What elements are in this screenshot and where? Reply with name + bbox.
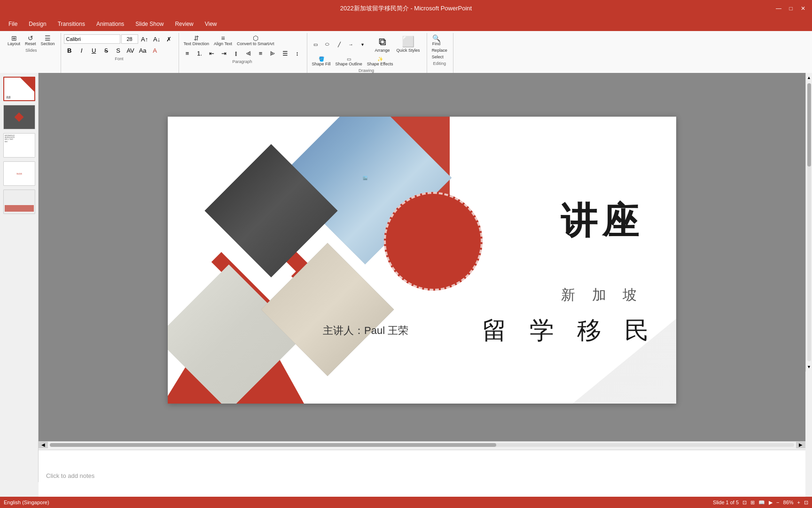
menu-view[interactable]: View: [200, 19, 222, 29]
underline-button[interactable]: U: [88, 45, 100, 56]
drawing-group-label: Drawing: [310, 68, 423, 73]
justify-button[interactable]: ☰: [280, 48, 291, 58]
slide-thumb-2[interactable]: [3, 105, 35, 129]
slides-panel: 讲座 字幕表 移民资格和住宿要求和住宿证明移民入门知识签发 和优势: [0, 73, 39, 482]
bold-button[interactable]: B: [64, 45, 75, 56]
v-scroll-track: [807, 83, 811, 361]
clear-format-button[interactable]: ✗: [164, 34, 175, 44]
shape-arrow-button[interactable]: →: [345, 39, 357, 49]
shape-line-button[interactable]: ╱: [334, 39, 345, 49]
view-reading-icon[interactable]: 📖: [758, 500, 765, 506]
view-slide-sorter-icon[interactable]: ⊞: [750, 500, 755, 506]
zoom-level-indicator: 86%: [783, 500, 794, 505]
arrange-button[interactable]: ⧉ Arrange: [372, 34, 393, 55]
shape-oval-button[interactable]: ⬭: [322, 39, 333, 49]
close-button[interactable]: ✕: [798, 3, 808, 14]
ribbon-groups: ⊞ Layout ↺ Reset ☰ Section Slides A↑: [4, 33, 808, 74]
text-direction-button[interactable]: ⇵ Text Direction: [182, 34, 211, 47]
shadow-button[interactable]: S: [113, 45, 124, 56]
select-button[interactable]: Select: [430, 54, 445, 60]
align-text-icon: ≡: [221, 35, 225, 41]
v-scroll-thumb[interactable]: [807, 83, 811, 167]
italic-button[interactable]: I: [76, 45, 87, 56]
quick-styles-icon: ⬜: [402, 36, 414, 48]
columns-button[interactable]: ⫿: [231, 48, 242, 58]
convert-smartart-button[interactable]: ⬡ Convert to SmartArt: [235, 34, 276, 47]
quick-styles-button[interactable]: ⬜ Quick Styles: [394, 34, 423, 55]
shape-effects-button[interactable]: ✨ Shape Effects: [365, 56, 395, 67]
shape-outline-button[interactable]: ▭ Shape Outline: [334, 56, 364, 67]
char-spacing-button[interactable]: AV: [125, 45, 136, 56]
shape-outline-icon: ▭: [347, 56, 351, 62]
font-color-button[interactable]: A: [149, 45, 161, 56]
slides-group-label: Slides: [6, 48, 57, 53]
menu-review[interactable]: Review: [170, 19, 198, 29]
increase-indent-button[interactable]: ⇥: [219, 48, 230, 58]
title-bar: 2022新加坡留学移民简介 - Microsoft PowerPoint — □…: [0, 0, 812, 17]
find-button[interactable]: 🔍 Find: [430, 34, 443, 47]
change-case-button[interactable]: Aa: [137, 45, 148, 56]
numbering-button[interactable]: 1.: [194, 48, 205, 58]
view-slideshow-icon[interactable]: ▶: [769, 500, 773, 506]
increase-font-button[interactable]: A↑: [139, 34, 150, 44]
h-scroll-thumb[interactable]: [50, 443, 496, 447]
scroll-up-button[interactable]: ▲: [806, 73, 812, 82]
font-name-input[interactable]: [64, 34, 120, 44]
decrease-font-button[interactable]: A↓: [151, 34, 163, 44]
main-slide-area: 🏙️ 讲座 新 加 坡 留 学 移 民: [39, 73, 805, 447]
shape-rect-button[interactable]: ▭: [310, 39, 321, 49]
align-right-button[interactable]: ⫸: [267, 48, 279, 58]
shape-fill-button[interactable]: 🪣 Shape Fill: [310, 56, 333, 67]
slide-thumb-4[interactable]: 和优势: [3, 161, 35, 186]
drawing-row2: 🪣 Shape Fill ▭ Shape Outline ✨ Shape Eff…: [310, 56, 395, 67]
slide-thumb-3[interactable]: 移民资格和住宿要求和住宿证明移民入门知识签发: [3, 133, 35, 158]
notes-area[interactable]: Click to add notes: [39, 450, 805, 501]
reset-button[interactable]: ↺ Reset: [23, 34, 38, 47]
strikethrough-button[interactable]: S̶: [101, 45, 112, 56]
align-center-button[interactable]: ≡: [255, 48, 266, 58]
font-size-input[interactable]: [121, 34, 138, 44]
menu-animations[interactable]: Animations: [92, 19, 129, 29]
slide-canvas[interactable]: 🏙️ 讲座 新 加 坡 留 学 移 民: [168, 117, 676, 404]
shape-effects-icon: ✨: [377, 56, 383, 62]
shape-more-button[interactable]: ▾: [357, 39, 368, 49]
drawing-row1: ▭ ⬭ ╱ → ▾ ⧉ Arrange ⬜ Quick Styles: [310, 34, 423, 55]
zoom-out-button[interactable]: −: [776, 500, 779, 505]
text-direction-icon: ⇵: [194, 35, 199, 41]
slide-location: 新 加 坡: [561, 286, 643, 305]
menu-design[interactable]: Design: [24, 19, 51, 29]
scroll-down-button[interactable]: ▼: [806, 362, 812, 372]
status-bar: English (Singapore) Slide 1 of 5 ⊡ ⊞ 📖 ▶…: [0, 497, 812, 508]
layout-icon: ⊞: [11, 35, 17, 41]
slide-thumb-1[interactable]: 讲座 字幕表: [3, 77, 35, 101]
slide-title: 讲座: [561, 197, 643, 246]
menu-transitions[interactable]: Transitions: [53, 19, 90, 29]
bullets-button[interactable]: ≡: [182, 48, 193, 58]
font-row1: A↑ A↓ ✗: [64, 34, 175, 44]
fit-slide-button[interactable]: ⊡: [804, 500, 808, 506]
horizontal-scrollbar[interactable]: ◀ ▶: [39, 441, 805, 448]
menu-file[interactable]: File: [4, 19, 22, 29]
replace-button[interactable]: Replace: [430, 47, 449, 54]
smartart-icon: ⬡: [253, 35, 258, 41]
align-text-button[interactable]: ≡ Align Text: [212, 34, 234, 47]
editing-row2: Replace: [430, 47, 449, 54]
scroll-left-button[interactable]: ◀: [39, 442, 48, 448]
zoom-in-button[interactable]: +: [797, 500, 800, 505]
ribbon-group-drawing: ▭ ⬭ ╱ → ▾ ⧉ Arrange ⬜ Quick Styles 🪣: [308, 33, 427, 74]
maximize-button[interactable]: □: [786, 3, 796, 14]
menu-slideshow[interactable]: Slide Show: [131, 19, 168, 29]
layout-button[interactable]: ⊞ Layout: [6, 34, 22, 47]
para-row1: ⇵ Text Direction ≡ Align Text ⬡ Convert …: [182, 34, 276, 47]
section-button[interactable]: ☰ Section: [39, 34, 57, 47]
slide-thumb-5[interactable]: [3, 190, 35, 214]
line-spacing-button[interactable]: ↕: [292, 48, 303, 58]
para-group-label: Paragraph: [182, 59, 303, 64]
align-left-button[interactable]: ⫷: [243, 48, 254, 58]
status-right: Slide 1 of 5 ⊡ ⊞ 📖 ▶ − 86% + ⊡: [713, 500, 808, 506]
decrease-indent-button[interactable]: ⇤: [206, 48, 218, 58]
minimize-button[interactable]: —: [773, 3, 784, 14]
view-normal-icon[interactable]: ⊡: [742, 500, 747, 506]
scroll-right-button[interactable]: ▶: [796, 442, 805, 448]
menu-bar: File Design Transitions Animations Slide…: [0, 17, 812, 31]
